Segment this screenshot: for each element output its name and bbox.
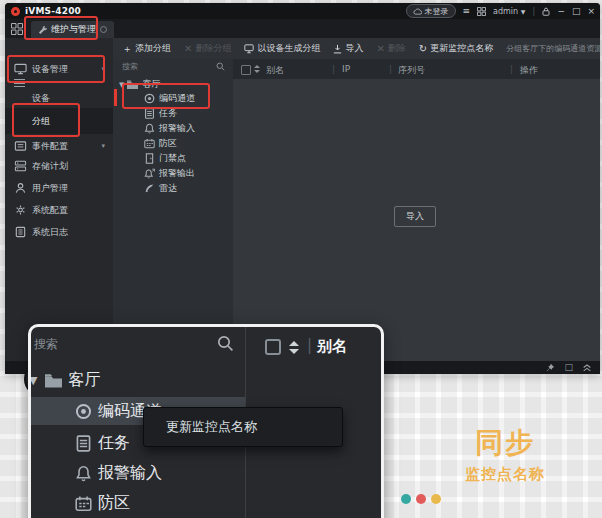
inset-search-placeholder[interactable]: 搜索 (34, 336, 58, 353)
close-button[interactable]: × (587, 7, 595, 16)
chevron-down-icon: ▼ (521, 8, 526, 15)
delete-group-button[interactable]: ✕删除分组 (184, 42, 231, 55)
chevron-icon: ▾ (101, 65, 105, 73)
add-group-button[interactable]: ＋添加分组 (122, 42, 171, 55)
sidebar-item-event-config[interactable]: 事件配置 ▾ (5, 136, 113, 156)
tree-item-access-point[interactable]: 门禁点 (144, 151, 186, 166)
cloud-icon (413, 8, 422, 15)
x-icon: ✕ (184, 44, 192, 54)
tree-item-label: 任务 (98, 433, 130, 454)
tree-expand-arrow-icon[interactable]: ▼ (119, 81, 124, 89)
select-all-checkbox[interactable] (265, 339, 281, 355)
column-header-serial: 序列号 (398, 64, 425, 77)
app-window: iVMS-4200 未登录 ≡ admin ▼ | − □ × 维护 (5, 3, 600, 374)
collapse-menu-icon[interactable] (14, 79, 25, 87)
device-group-icon (244, 44, 254, 54)
sidebar-item-device-management[interactable]: 设备管理 ▾ (5, 58, 113, 80)
encoding-channel-icon (144, 93, 155, 104)
login-status-button[interactable]: 未登录 (406, 4, 456, 18)
page-background: iVMS-4200 未登录 ≡ admin ▼ | − □ × 维护 (0, 0, 602, 518)
task-icon (75, 435, 92, 452)
tree-item-zone[interactable]: 防区 (75, 489, 130, 517)
maximize-button[interactable]: □ (572, 7, 581, 16)
tree-expand-arrow-icon[interactable]: ▼ (29, 374, 37, 387)
list-icon[interactable]: ≡ (463, 7, 471, 16)
collapse-up-icon[interactable] (582, 363, 592, 372)
tree-item-task[interactable]: 任务 (144, 106, 177, 121)
sidebar-item-storage-schedule[interactable]: 存储计划 (5, 156, 113, 176)
sidebar-item-label: 设备管理 (32, 63, 68, 76)
restore-window-icon[interactable]: □ (564, 363, 573, 372)
tab-bar: 维护与管理 (5, 19, 600, 38)
gear-icon (14, 204, 27, 216)
column-header-operation: 操作 (520, 64, 538, 77)
import-resource-button[interactable]: 导入 (394, 206, 436, 227)
grid-icon[interactable] (477, 7, 486, 16)
sidebar-item-label: 存储计划 (32, 160, 68, 173)
sidebar-item-label: 系统配置 (32, 204, 68, 217)
context-menu-item-update-camera-name[interactable]: 更新监控点名称 (166, 418, 257, 436)
user-management-icon (14, 182, 27, 194)
tree-item-alarm-input[interactable]: 报警输入 (144, 121, 195, 136)
tree-selection-indicator (114, 89, 117, 106)
sidebar-item-user-management[interactable]: 用户管理 (5, 178, 113, 198)
tab-maintenance-management[interactable]: 维护与管理 (31, 21, 114, 38)
resource-count-label: 分组客厅下的编码通道资源(0) (506, 43, 600, 54)
import-button[interactable]: 导入 (333, 42, 363, 55)
tree-item-label: 编码通道 (159, 92, 195, 105)
pin-icon[interactable] (545, 363, 555, 373)
sidebar-item-group[interactable]: 分组 (5, 108, 113, 134)
tree-group-living-room[interactable]: ▼ 客厅 (31, 365, 100, 395)
folder-icon (127, 79, 138, 90)
delete-label: 删除 (388, 42, 406, 55)
group-toolbar: ＋添加分组 ✕删除分组 以设备生成分组 导入 ✕删除 ↻更新监控点名称 分组客厅… (113, 38, 600, 59)
sort-icon[interactable] (289, 341, 299, 354)
tree-search-input[interactable] (120, 61, 210, 72)
create-group-by-device-button[interactable]: 以设备生成分组 (244, 42, 320, 55)
tree-item-task[interactable]: 任务 (75, 429, 130, 457)
tree-item-label: 防区 (98, 493, 130, 514)
watermark-title: 同步 (438, 424, 572, 462)
context-menu: 更新监控点名称 (143, 407, 343, 447)
tree-group-living-room[interactable]: ▼ 客厅 (119, 77, 160, 92)
sidebar-item-system-config[interactable]: 系统配置 (5, 200, 113, 220)
tree-item-radar[interactable]: 雷达 (144, 181, 177, 196)
tree-item-alarm-output[interactable]: 报警输出 (144, 166, 195, 181)
title-bar: iVMS-4200 未登录 ≡ admin ▼ | − □ × (5, 3, 600, 19)
update-camera-name-button[interactable]: ↻更新监控点名称 (419, 42, 493, 55)
minimize-button[interactable]: − (557, 7, 565, 16)
delete-button[interactable]: ✕删除 (376, 42, 405, 55)
column-header-ip: IP (342, 64, 350, 74)
sidebar-item-label: 设备 (32, 92, 50, 105)
storage-schedule-icon (14, 160, 27, 172)
column-divider: | (307, 336, 312, 354)
zone-icon (75, 495, 92, 512)
task-icon (144, 108, 155, 119)
tab-close-icon[interactable] (100, 26, 107, 33)
decor-dot-red (416, 494, 426, 504)
tree-item-encoding-channel[interactable]: 编码通道 (144, 91, 195, 106)
sidebar-item-label: 事件配置 (32, 140, 68, 153)
search-icon (216, 62, 225, 71)
tree-item-label: 报警输入 (98, 463, 162, 484)
zoom-inset-panel: 搜索 | 别名 ▼ 客厅 编码通道 任务 报警输入 防区 (28, 324, 384, 518)
tree-item-alarm-input[interactable]: 报警输入 (75, 459, 162, 487)
sort-icon[interactable] (254, 65, 260, 73)
control-panel-icon[interactable] (11, 23, 23, 35)
column-divider: | (389, 64, 392, 74)
decor-dot-amber (431, 494, 441, 504)
search-icon (217, 335, 234, 352)
device-management-icon (14, 63, 27, 75)
sidebar-item-system-log[interactable]: 系统日志 (5, 222, 113, 242)
access-point-icon (144, 153, 155, 164)
add-group-label: 添加分组 (135, 42, 171, 55)
encoding-channel-icon (75, 403, 92, 420)
lock-icon[interactable] (542, 7, 550, 16)
sidebar-item-device[interactable]: 设备 (5, 88, 113, 108)
username-label: admin (493, 7, 518, 16)
username-menu[interactable]: admin ▼ (493, 7, 525, 16)
tree-item-zone[interactable]: 防区 (144, 136, 177, 151)
select-all-checkbox[interactable] (241, 65, 251, 75)
tree-group-label: 客厅 (68, 370, 100, 391)
resource-table-header: 别名 | IP | 序列号 | 操作 (233, 59, 600, 79)
